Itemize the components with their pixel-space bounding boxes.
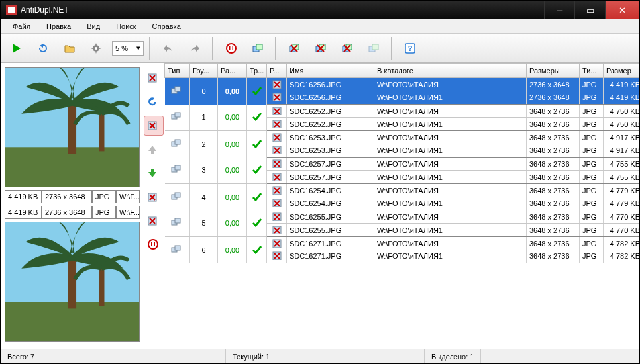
close-button[interactable]: ✕ xyxy=(605,1,639,19)
rotate-first-button[interactable] xyxy=(144,92,164,112)
compare-button[interactable] xyxy=(247,37,270,60)
settings-button[interactable] xyxy=(85,37,108,60)
pictures-icon xyxy=(252,43,264,54)
statusbar: Всего: 7 Текущий: 1 Выделено: 1 xyxy=(1,349,639,363)
info-size: 4 419 KB xyxy=(5,206,42,219)
folder-open-icon xyxy=(64,43,76,54)
prev-pair-button[interactable] xyxy=(144,140,164,159)
col-dims[interactable]: Размеры xyxy=(527,64,580,78)
preview-top-info: 4 419 KB 2736 x 3648 JPG W:\F... xyxy=(5,190,140,203)
menu-view[interactable]: Вид xyxy=(83,21,104,32)
delete-second-button[interactable] xyxy=(144,116,164,136)
picture-x-icon xyxy=(147,73,160,83)
app-icon xyxy=(6,5,17,15)
info-catalog: W:\F... xyxy=(116,206,140,219)
refresh-button[interactable] xyxy=(32,37,55,60)
refresh-icon xyxy=(38,43,50,54)
status-selected: Выделено: 1 xyxy=(425,349,481,363)
table-row[interactable]: 10,00SDC16252.JPGW:\FOTO\иТАЛИЯ3648 x 27… xyxy=(165,105,640,118)
help-button[interactable] xyxy=(400,37,422,60)
maximize-button[interactable]: ▭ xyxy=(574,1,605,19)
rotate-icon xyxy=(147,97,160,107)
stop-button[interactable] xyxy=(221,37,243,60)
undo-icon xyxy=(163,43,175,54)
info-type: JPG xyxy=(92,206,116,219)
table-header-row[interactable]: Тип Гру... Ра... Тр... Р... Имя В катало… xyxy=(165,64,640,78)
info-size: 4 419 KB xyxy=(5,190,42,203)
col-diff[interactable]: Ра... xyxy=(218,64,247,78)
preview-bottom[interactable] xyxy=(5,222,140,342)
delete-both-button[interactable] xyxy=(144,187,164,207)
col-type[interactable]: Тип xyxy=(165,64,190,78)
info-dims: 2736 x 3648 xyxy=(42,190,92,203)
arrow-down-icon xyxy=(147,168,160,179)
table-row[interactable]: 20,00SDC16253.JPGW:\FOTO\иТАЛИЯ3648 x 27… xyxy=(165,131,640,144)
info-catalog: W:\F... xyxy=(116,190,140,203)
arrow-up-icon xyxy=(147,144,160,155)
preview-pane: 4 419 KB 2736 x 3648 JPG W:\F... 4 419 K… xyxy=(1,63,144,349)
picture-x-icon xyxy=(147,120,160,131)
preview-top[interactable] xyxy=(5,67,140,187)
pictures-x-icon xyxy=(342,43,354,54)
table-row[interactable]: 60,00SDC16271.JPGW:\FOTO\иТАЛИЯ3648 x 27… xyxy=(165,237,640,250)
col-size[interactable]: Размер xyxy=(604,64,640,78)
rotate-second-button[interactable] xyxy=(144,211,164,231)
menu-edit[interactable]: Правка xyxy=(42,21,75,32)
svg-rect-17 xyxy=(8,7,15,13)
mark-both-button[interactable] xyxy=(284,37,306,60)
minimize-button[interactable]: ─ xyxy=(544,1,574,19)
threshold-input[interactable]: 5 %▾ xyxy=(112,41,144,56)
col-typ[interactable]: Ти... xyxy=(580,64,604,78)
table-row[interactable]: 00,00SDC16256.JPGW:\FOTO\иТАЛИЯ2736 x 36… xyxy=(165,78,640,91)
col-group[interactable]: Гру... xyxy=(190,64,218,78)
pictures-x-icon xyxy=(289,43,301,54)
help-icon xyxy=(405,43,417,54)
col-name[interactable]: Имя xyxy=(287,64,374,78)
table-row[interactable]: 30,00SDC16257.JPGW:\FOTO\иТАЛИЯ3648 x 27… xyxy=(165,158,640,171)
titlebar[interactable]: AntiDupl.NET ─ ▭ ✕ xyxy=(1,1,639,19)
play-icon xyxy=(11,43,23,54)
disabled-tool xyxy=(363,37,386,60)
stop-icon xyxy=(148,239,160,251)
stop-icon xyxy=(226,43,238,54)
menubar: Файл Правка Вид Поиск Справка xyxy=(1,19,639,34)
redo-button[interactable] xyxy=(184,37,207,60)
info-dims: 2736 x 3648 xyxy=(42,206,92,219)
redo-icon xyxy=(189,43,201,54)
col-catalog[interactable]: В каталоге xyxy=(374,64,527,78)
window-title: AntiDupl.NET xyxy=(21,5,544,15)
undo-button[interactable] xyxy=(158,37,180,60)
menu-file[interactable]: Файл xyxy=(9,21,34,32)
side-toolbar xyxy=(144,63,164,349)
picture-x-rotate-icon xyxy=(147,216,160,226)
mark-left-button[interactable] xyxy=(310,37,333,60)
next-pair-button[interactable] xyxy=(144,163,164,183)
gear-icon xyxy=(91,43,103,54)
status-total: Всего: 7 xyxy=(1,349,226,363)
menu-help[interactable]: Справка xyxy=(148,21,185,32)
info-type: JPG xyxy=(92,190,116,203)
main-toolbar: 5 %▾ xyxy=(1,34,639,63)
pictures-x-icon xyxy=(315,43,327,54)
results-table[interactable]: Тип Гру... Ра... Тр... Р... Имя В катало… xyxy=(164,63,639,263)
status-current: Текущий: 1 xyxy=(226,349,425,363)
preview-bottom-info: 4 419 KB 2736 x 3648 JPG W:\F... xyxy=(5,206,140,219)
picture-x-icon xyxy=(147,192,160,203)
stop-side-button[interactable] xyxy=(144,235,164,255)
open-folder-button[interactable] xyxy=(59,37,81,60)
menu-search[interactable]: Поиск xyxy=(112,21,140,32)
delete-first-button[interactable] xyxy=(144,68,164,88)
table-row[interactable]: 40,00SDC16254.JPGW:\FOTO\иТАЛИЯ3648 x 27… xyxy=(165,184,640,197)
mark-right-button[interactable] xyxy=(337,37,359,60)
pictures-icon xyxy=(368,43,380,54)
col-tr[interactable]: Тр... xyxy=(247,64,267,78)
start-search-button[interactable] xyxy=(6,37,28,60)
col-r[interactable]: Р... xyxy=(267,64,287,78)
table-row[interactable]: 50,00SDC16255.JPGW:\FOTO\иТАЛИЯ3648 x 27… xyxy=(165,210,640,224)
